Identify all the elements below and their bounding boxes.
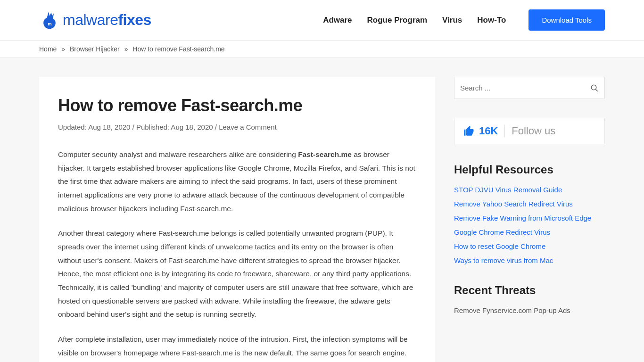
nav-howto[interactable]: How-To [477,16,506,25]
fb-like: 16K [463,125,505,137]
nav-virus[interactable]: Virus [442,16,462,25]
breadcrumb-home[interactable]: Home [39,45,57,53]
logo[interactable]: m malwarefixes [39,10,151,31]
facebook-widget[interactable]: 16K Follow us [454,118,605,144]
sidebar: 16K Follow us Helpful Resources STOP DJV… [454,77,605,362]
meta-published: Published: Aug 18, 2020 [136,123,213,131]
resource-link[interactable]: Remove Fake Warning from Microsoft Edge [454,214,591,222]
resources-list: STOP DJVU Virus Removal Guide Remove Yah… [454,186,605,265]
resource-link[interactable]: STOP DJVU Virus Removal Guide [454,186,562,194]
site-header: m malwarefixes Adware Rogue Program Viru… [0,0,644,41]
nav-rogue[interactable]: Rogue Program [367,16,428,25]
leave-comment-link[interactable]: Leave a Comment [219,123,277,131]
resource-link[interactable]: Google Chrome Redirect Virus [454,228,550,236]
search-input[interactable] [460,77,590,99]
breadcrumb-sep: » [61,45,65,53]
svg-point-2 [591,85,596,90]
article-title: How to remove Fast-search.me [58,96,416,115]
fb-follow-text: Follow us [512,125,555,137]
download-tools-button[interactable]: Download Tools [528,9,605,31]
svg-text:m: m [48,22,51,26]
resources-title: Helpful Resources [454,163,605,176]
paragraph: Another threat category where Fast-searc… [58,227,416,321]
main-nav: Adware Rogue Program Virus How-To Downlo… [323,9,605,31]
article-meta: Updated: Aug 18, 2020 / Published: Aug 1… [58,123,416,131]
meta-updated: Updated: Aug 18, 2020 [58,123,130,131]
resource-link[interactable]: Remove Yahoo Search Redirect Virus [454,200,573,208]
search-box [454,77,605,99]
breadcrumb-category[interactable]: Browser Hijacker [70,45,120,53]
paragraph: After complete installation, user may im… [58,333,416,362]
threat-item[interactable]: Remove Fynservice.com Pop-up Ads [454,306,605,314]
svg-line-3 [595,89,598,91]
paragraph: Computer security analyst and malware re… [58,148,416,215]
breadcrumb: Home » Browser Hijacker » How to remove … [20,41,624,58]
search-icon[interactable] [590,84,599,92]
breadcrumb-current: How to remove Fast-search.me [132,45,224,53]
resource-link[interactable]: Ways to remove virus from Mac [454,256,553,264]
breadcrumb-bar: Home » Browser Hijacker » How to remove … [0,41,644,58]
threats-title: Recent Threats [454,284,605,297]
thumbs-up-icon [463,125,475,137]
resource-link[interactable]: How to reset Google Chrome [454,242,545,250]
fb-count: 16K [479,125,498,137]
breadcrumb-sep: » [124,45,128,53]
logo-text: malwarefixes [63,11,151,29]
nav-adware[interactable]: Adware [323,16,352,25]
article: How to remove Fast-search.me Updated: Au… [39,77,435,362]
hand-icon: m [39,10,60,31]
